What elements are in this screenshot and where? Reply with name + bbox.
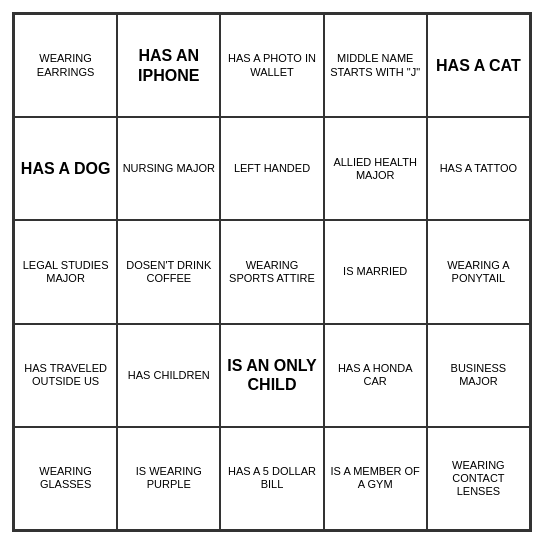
- cell-text: HAS A PHOTO IN WALLET: [225, 52, 318, 78]
- bingo-cell-r0c3: MIDDLE NAME STARTS WITH "J": [324, 14, 427, 117]
- bingo-grid: WEARING EARRINGSHAS AN IPHONEHAS A PHOTO…: [14, 14, 530, 530]
- bingo-cell-r0c1: HAS AN IPHONE: [117, 14, 220, 117]
- cell-text: HAS AN IPHONE: [122, 46, 215, 84]
- bingo-cell-r0c4: HAS A CAT: [427, 14, 530, 117]
- cell-text: DOSEN'T DRINK COFFEE: [122, 259, 215, 285]
- bingo-cell-r3c0: HAS TRAVELED OUTSIDE US: [14, 324, 117, 427]
- bingo-cell-r4c4: WEARING CONTACT LENSES: [427, 427, 530, 530]
- cell-text: WEARING EARRINGS: [19, 52, 112, 78]
- cell-text: IS A MEMBER OF A GYM: [329, 465, 422, 491]
- cell-text: IS AN ONLY CHILD: [225, 356, 318, 394]
- bingo-cell-r1c1: NURSING MAJOR: [117, 117, 220, 220]
- cell-text: WEARING A PONYTAIL: [432, 259, 525, 285]
- bingo-cell-r2c1: DOSEN'T DRINK COFFEE: [117, 220, 220, 323]
- cell-text: BUSINESS MAJOR: [432, 362, 525, 388]
- bingo-cell-r1c3: ALLIED HEALTH MAJOR: [324, 117, 427, 220]
- bingo-cell-r1c2: LEFT HANDED: [220, 117, 323, 220]
- bingo-cell-r0c0: WEARING EARRINGS: [14, 14, 117, 117]
- cell-text: IS MARRIED: [343, 265, 407, 278]
- cell-text: LEFT HANDED: [234, 162, 310, 175]
- cell-text: IS WEARING PURPLE: [122, 465, 215, 491]
- cell-text: HAS TRAVELED OUTSIDE US: [19, 362, 112, 388]
- cell-text: HAS CHILDREN: [128, 369, 210, 382]
- cell-text: LEGAL STUDIES MAJOR: [19, 259, 112, 285]
- cell-text: HAS A CAT: [436, 56, 521, 75]
- bingo-cell-r2c0: LEGAL STUDIES MAJOR: [14, 220, 117, 323]
- bingo-cell-r2c4: WEARING A PONYTAIL: [427, 220, 530, 323]
- bingo-cell-r4c3: IS A MEMBER OF A GYM: [324, 427, 427, 530]
- bingo-cell-r1c4: HAS A TATTOO: [427, 117, 530, 220]
- bingo-cell-r3c1: HAS CHILDREN: [117, 324, 220, 427]
- bingo-cell-r4c1: IS WEARING PURPLE: [117, 427, 220, 530]
- cell-text: WEARING SPORTS ATTIRE: [225, 259, 318, 285]
- cell-text: ALLIED HEALTH MAJOR: [329, 156, 422, 182]
- cell-text: WEARING GLASSES: [19, 465, 112, 491]
- bingo-cell-r0c2: HAS A PHOTO IN WALLET: [220, 14, 323, 117]
- bingo-cell-r3c2: IS AN ONLY CHILD: [220, 324, 323, 427]
- bingo-cell-r4c2: HAS A 5 DOLLAR BILL: [220, 427, 323, 530]
- bingo-cell-r2c2: WEARING SPORTS ATTIRE: [220, 220, 323, 323]
- cell-text: WEARING CONTACT LENSES: [432, 459, 525, 499]
- bingo-cell-r1c0: HAS A DOG: [14, 117, 117, 220]
- bingo-cell-r4c0: WEARING GLASSES: [14, 427, 117, 530]
- cell-text: HAS A DOG: [21, 159, 110, 178]
- bingo-cell-r2c3: IS MARRIED: [324, 220, 427, 323]
- cell-text: NURSING MAJOR: [123, 162, 215, 175]
- cell-text: MIDDLE NAME STARTS WITH "J": [329, 52, 422, 78]
- bingo-cell-r3c4: BUSINESS MAJOR: [427, 324, 530, 427]
- cell-text: HAS A TATTOO: [440, 162, 517, 175]
- bingo-board: WEARING EARRINGSHAS AN IPHONEHAS A PHOTO…: [12, 12, 532, 532]
- cell-text: HAS A HONDA CAR: [329, 362, 422, 388]
- bingo-cell-r3c3: HAS A HONDA CAR: [324, 324, 427, 427]
- cell-text: HAS A 5 DOLLAR BILL: [225, 465, 318, 491]
